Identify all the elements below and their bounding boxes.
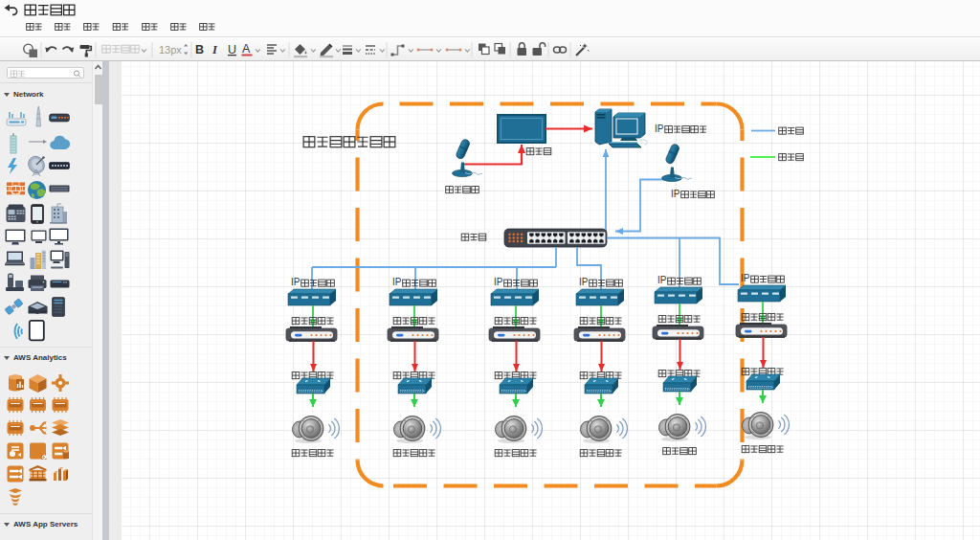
svg-text:IP: IP — [655, 124, 664, 134]
svg-text:IP: IP — [494, 277, 503, 287]
svg-text:IP: IP — [671, 189, 680, 199]
svg-text:13px: 13px — [159, 44, 182, 56]
svg-text:A: A — [242, 42, 251, 56]
svg-text:IP: IP — [579, 277, 589, 287]
svg-text:U: U — [228, 43, 236, 56]
svg-text:IP: IP — [291, 277, 301, 287]
svg-text:IP: IP — [657, 275, 667, 285]
svg-text:I: I — [212, 43, 218, 56]
svg-text:IP: IP — [392, 277, 402, 287]
svg-text:B: B — [195, 43, 204, 56]
svg-text:IP: IP — [741, 273, 750, 283]
